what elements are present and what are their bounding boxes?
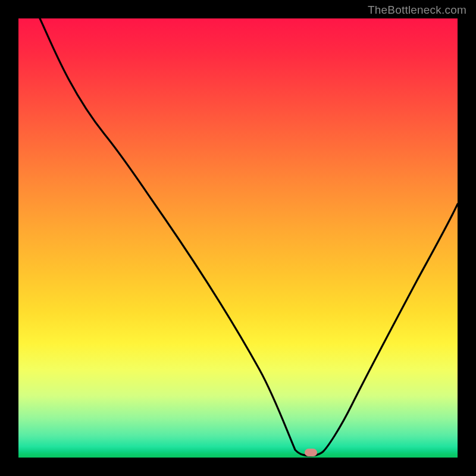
optimal-marker xyxy=(305,449,317,456)
chart-frame: TheBottleneck.com xyxy=(0,0,476,476)
plot-area xyxy=(18,18,458,458)
watermark-text: TheBottleneck.com xyxy=(368,4,466,17)
